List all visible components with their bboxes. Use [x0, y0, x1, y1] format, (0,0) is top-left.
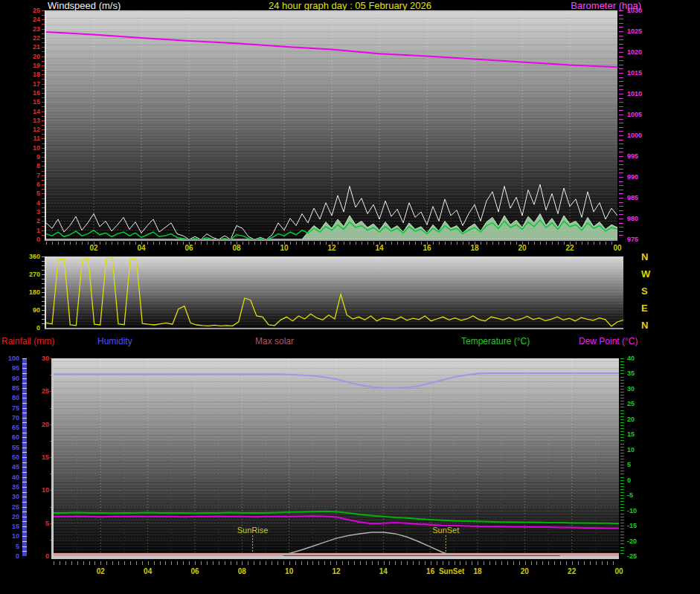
svg-text:SunSet: SunSet [432, 526, 459, 535]
wind-direction-axis-labels: 090180270360 [0, 256, 40, 328]
top-xaxis-labels: 020406081012141618202200 [46, 244, 617, 254]
max-solar-label: Max solar [255, 336, 294, 346]
dew-point-label: Dew Point (°C) [579, 336, 638, 346]
rain-humidity-solar-temp-chart: SunRiseSunSet [51, 358, 619, 559]
temperature-axis-labels: -25-20-15-10-50510152025303540 [627, 358, 649, 556]
wind-direction-chart [45, 256, 623, 329]
wind-direction-plot [46, 256, 623, 328]
rainfall-label: Rainfall (mm) [1, 336, 54, 346]
compass-labels: NWSEN [641, 257, 656, 326]
rainfall-axis-labels: 051015202530 [33, 358, 49, 556]
windspeed-barometer-chart [45, 10, 617, 241]
humidity-label: Humidity [97, 336, 132, 346]
bottom-xaxis-ticks [54, 561, 619, 565]
humidity-axis-labels: 0510152025303540455055606570758085909510… [1, 358, 19, 556]
rain-humidity-solar-temp-plot: SunRiseSunSet [54, 358, 619, 556]
barometer-axis-labels: 9759809859909951000100510101015102010251… [627, 10, 652, 239]
windspeed-axis-labels: 0123456789101112131415161718192021222324… [0, 10, 40, 239]
temperature-axis-ticks [620, 358, 624, 556]
temperature-label: Temperature (°C) [461, 336, 530, 346]
bottom-chart-legend: Rainfall (mm) Humidity Max solar Tempera… [0, 336, 700, 348]
barometer-axis-ticks [619, 10, 623, 239]
weather-console-screen: Windspeed (m/s) 24 hour graph day : 05 F… [0, 0, 700, 594]
humidity-axis-bar [22, 358, 27, 556]
bottom-xaxis-labels: 0204060810121416SunSet18202200 [54, 567, 619, 577]
svg-text:SunRise: SunRise [237, 526, 269, 535]
windspeed-barometer-plot [46, 10, 617, 239]
